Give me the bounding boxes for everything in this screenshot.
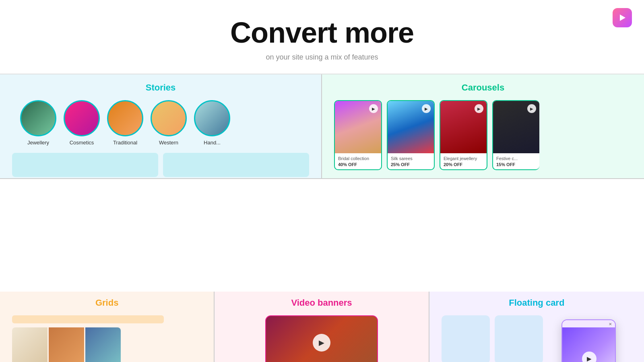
svg-marker-0 (620, 14, 625, 21)
story-circle-cosmetics (64, 100, 100, 136)
story-item-hand[interactable]: Hand... (194, 100, 230, 146)
floating-card-img: ▶ (562, 327, 616, 362)
carousel-desc-bridal: Bridal collection (338, 156, 378, 161)
carousel-img-festive: ▶ (493, 101, 539, 153)
carousel-card-bridal[interactable]: ▶ Bridal collection 40% OFF (334, 100, 382, 170)
page-title: Convert more (0, 16, 644, 49)
grid-images (12, 327, 121, 362)
carousel-desc-festive: Festive c... (496, 156, 536, 161)
carousel-play-jewel: ▶ (475, 104, 483, 113)
story-label-cosmetics: Cosmetics (70, 140, 94, 146)
carousel-price-silk: 25% OFF (391, 162, 431, 167)
story-item-western[interactable]: Western (151, 100, 187, 146)
carousel-card-silk[interactable]: ▶ Silk sarees 25% OFF (387, 100, 435, 170)
story-label-traditional: Traditional (113, 140, 137, 146)
carousel-info-bridal: Bridal collection 40% OFF (335, 153, 381, 169)
carousels-card: Carousels ▶ Bridal collection 40% OFF ▶ … (322, 74, 644, 179)
story-placeholder-1 (12, 153, 158, 177)
grid-placeholder-bar (12, 315, 164, 323)
page-subtitle: on your site using a mix of features (0, 53, 644, 62)
carousel-price-festive: 15% OFF (496, 162, 536, 167)
grid-img-1 (12, 327, 47, 362)
floating-section: × ▶ (442, 315, 632, 362)
floating-card-title: Floating card (442, 298, 632, 308)
carousel-play-bridal: ▶ (369, 104, 378, 113)
story-circle-jewellery (20, 100, 56, 136)
carousels-title: Carousels (334, 82, 632, 93)
carousel-info-festive: Festive c... 15% OFF (493, 153, 539, 169)
story-placeholders (12, 153, 309, 177)
floating-card-popup: × ▶ (561, 319, 616, 362)
carousel-desc-jewel: Elegant jewellery (444, 156, 483, 161)
carousel-card-jewel[interactable]: ▶ Elegant jewellery 20% OFF (440, 100, 487, 170)
grid-section (12, 315, 202, 362)
story-circle-hand (194, 100, 230, 136)
floating-card-close-bar[interactable]: × (562, 320, 615, 327)
carousel-card-festive[interactable]: ▶ Festive c... 15% OFF (492, 100, 539, 170)
story-item-cosmetics[interactable]: Cosmetics (64, 100, 100, 146)
carousel-price-jewel: 20% OFF (444, 162, 483, 167)
floating-card-section: Floating card × ▶ (429, 292, 644, 362)
carousel-img-silk: ▶ (388, 101, 434, 153)
floating-play-button[interactable]: ▶ (582, 352, 597, 362)
story-label-jewellery: Jewellery (27, 140, 49, 146)
carousel-img-jewel: ▶ (440, 101, 487, 153)
video-play-button[interactable]: ▶ (313, 334, 330, 352)
video-banner[interactable]: ▶ (265, 315, 378, 362)
story-label-hand: Hand... (204, 140, 221, 146)
grid-img-2 (49, 327, 84, 362)
carousel-play-festive: ▶ (527, 104, 536, 113)
features-bottom: Grids Video banners ▶ Floating card (0, 292, 644, 362)
stories-title: Stories (12, 82, 309, 93)
logo-icon[interactable] (613, 8, 632, 27)
video-banners-title: Video banners (227, 298, 416, 308)
story-item-jewellery[interactable]: Jewellery (20, 100, 56, 146)
close-icon[interactable]: × (609, 321, 612, 327)
floating-bg-card-2 (495, 315, 543, 362)
carousel-info-silk: Silk sarees 25% OFF (388, 153, 434, 169)
grids-title: Grids (12, 298, 202, 308)
story-item-traditional[interactable]: Traditional (107, 100, 143, 146)
carousel-play-silk: ▶ (422, 104, 431, 113)
floating-bg-card-1 (442, 315, 490, 362)
story-circle-western (151, 100, 187, 136)
stories-row: Jewellery Cosmetics Traditional Western … (20, 100, 309, 146)
story-circle-traditional (107, 100, 143, 136)
carousel-row: ▶ Bridal collection 40% OFF ▶ Silk saree… (334, 100, 632, 170)
carousel-desc-silk: Silk sarees (391, 156, 431, 161)
story-label-western: Western (159, 140, 178, 146)
video-banners-card: Video banners ▶ (215, 292, 429, 362)
carousel-price-bridal: 40% OFF (338, 162, 378, 167)
grids-card: Grids (0, 292, 215, 362)
stories-card: Stories Jewellery Cosmetics Traditional … (0, 74, 322, 179)
features-grid: Stories Jewellery Cosmetics Traditional … (0, 74, 644, 292)
story-placeholder-2 (163, 153, 309, 177)
carousel-img-bridal: ▶ (335, 101, 381, 153)
carousel-info-jewel: Elegant jewellery 20% OFF (440, 153, 487, 169)
page-header: Convert more on your site using a mix of… (0, 0, 644, 74)
grid-img-3 (85, 327, 121, 362)
